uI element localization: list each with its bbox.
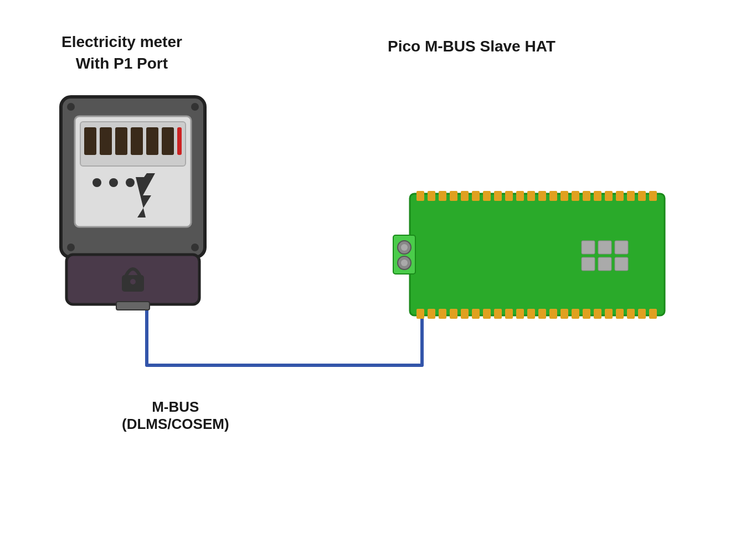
svg-rect-72 <box>582 241 595 254</box>
pico-mbus-hat <box>377 188 670 321</box>
svg-point-25 <box>401 244 408 251</box>
svg-rect-39 <box>538 191 546 201</box>
svg-rect-67 <box>605 309 613 319</box>
diagram-container: Electricity meter With P1 Port Pico M-BU… <box>0 0 756 549</box>
svg-rect-56 <box>483 309 491 319</box>
svg-rect-63 <box>560 309 568 319</box>
svg-point-2 <box>191 103 199 111</box>
svg-rect-73 <box>598 241 611 254</box>
svg-rect-70 <box>638 309 646 319</box>
svg-rect-65 <box>583 309 590 319</box>
svg-rect-54 <box>461 309 469 319</box>
svg-rect-74 <box>615 241 628 254</box>
svg-rect-12 <box>162 127 174 155</box>
svg-rect-60 <box>527 309 535 319</box>
svg-rect-36 <box>505 191 513 201</box>
svg-rect-32 <box>461 191 469 201</box>
svg-rect-46 <box>616 191 624 201</box>
svg-rect-10 <box>131 127 143 155</box>
svg-rect-68 <box>616 309 624 319</box>
svg-point-3 <box>67 244 75 251</box>
svg-point-20 <box>130 279 136 284</box>
svg-rect-37 <box>516 191 524 201</box>
svg-point-14 <box>92 178 101 187</box>
svg-rect-55 <box>472 309 480 319</box>
svg-rect-41 <box>560 191 568 201</box>
svg-rect-34 <box>483 191 491 201</box>
pico-hat-label: Pico M-BUS Slave HAT <box>388 38 556 55</box>
svg-point-16 <box>126 178 135 187</box>
svg-rect-66 <box>594 309 601 319</box>
svg-rect-31 <box>450 191 457 201</box>
svg-rect-61 <box>538 309 546 319</box>
svg-rect-62 <box>549 309 557 319</box>
svg-rect-38 <box>527 191 535 201</box>
svg-rect-57 <box>494 309 502 319</box>
svg-rect-35 <box>494 191 502 201</box>
svg-point-15 <box>109 178 118 187</box>
svg-rect-40 <box>549 191 557 201</box>
svg-rect-44 <box>594 191 601 201</box>
svg-rect-7 <box>84 127 96 155</box>
svg-point-27 <box>401 260 408 266</box>
svg-rect-11 <box>146 127 158 155</box>
svg-rect-53 <box>450 309 457 319</box>
svg-rect-29 <box>428 191 435 201</box>
svg-rect-22 <box>410 194 665 315</box>
svg-rect-51 <box>428 309 435 319</box>
svg-rect-48 <box>638 191 646 201</box>
svg-rect-58 <box>505 309 513 319</box>
svg-rect-50 <box>416 309 424 319</box>
svg-rect-9 <box>115 127 127 155</box>
svg-rect-47 <box>627 191 635 201</box>
svg-rect-30 <box>439 191 446 201</box>
svg-rect-8 <box>100 127 112 155</box>
mbus-label: M-BUS (DLMS/COSEM) <box>122 398 229 433</box>
svg-rect-52 <box>439 309 446 319</box>
svg-point-1 <box>67 103 75 111</box>
svg-rect-76 <box>598 257 611 271</box>
svg-point-4 <box>191 244 199 251</box>
svg-rect-33 <box>472 191 480 201</box>
svg-rect-45 <box>605 191 613 201</box>
svg-rect-49 <box>649 191 657 201</box>
svg-rect-42 <box>572 191 579 201</box>
svg-rect-21 <box>116 302 150 310</box>
svg-rect-13 <box>177 127 182 155</box>
svg-rect-43 <box>583 191 590 201</box>
electricity-meter-label: Electricity meter With P1 Port <box>61 31 182 74</box>
svg-rect-77 <box>615 257 628 271</box>
electricity-meter <box>50 91 222 313</box>
svg-rect-64 <box>572 309 579 319</box>
svg-rect-71 <box>649 309 657 319</box>
svg-rect-75 <box>582 257 595 271</box>
svg-rect-59 <box>516 309 524 319</box>
svg-rect-69 <box>627 309 635 319</box>
svg-rect-28 <box>416 191 424 201</box>
